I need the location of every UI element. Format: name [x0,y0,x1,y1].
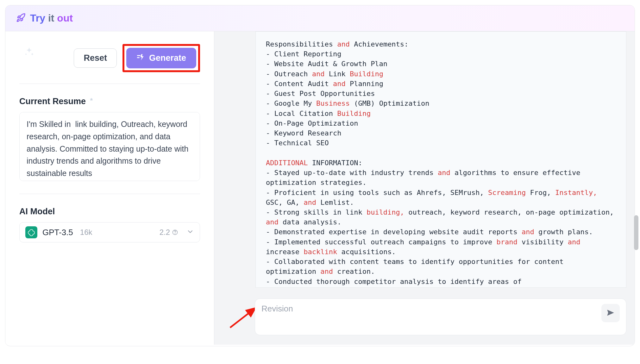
ai-model-field: AI Model GPT-3.5 16k 2.2 [19,207,200,242]
left-panel: Reset Generate [5,31,214,345]
svg-point-4 [175,234,175,234]
action-row: Reset Generate [19,44,200,72]
send-button[interactable] [601,304,620,322]
openai-icon [25,226,37,238]
resume-field: Current Resume * [19,97,200,182]
model-name: GPT-3.5 [42,228,73,237]
page-scrollbar[interactable] [633,0,639,364]
bolt-icon [136,53,145,63]
model-context: 16k [80,228,92,237]
revision-bar [255,298,626,335]
required-star: * [90,97,93,104]
title-it: it [48,12,54,24]
title-try: Try [30,12,45,24]
output-text: Responsibilities and Achievements: - Cli… [255,31,626,288]
title-out: out [57,12,73,24]
scroll-thumb[interactable] [634,215,638,250]
app-frame: Try it out Reset [5,5,635,346]
chevron-down-icon [186,228,194,237]
divider-1 [19,84,200,84]
tryout-header: Try it out [5,5,635,31]
divider-2 [19,194,200,194]
tryout-title: Try it out [30,12,73,24]
generate-button[interactable]: Generate [126,48,196,68]
sparkle-icon [24,47,35,59]
resume-textarea[interactable] [19,112,200,181]
svg-marker-2 [141,54,144,60]
rocket-icon [16,13,26,24]
model-cost: 2.2 [160,228,178,237]
callout-arrow-icon [228,305,259,330]
reset-button[interactable]: Reset [74,48,117,68]
generate-label: Generate [149,53,186,63]
svg-line-5 [230,308,255,328]
resume-label: Current Resume [19,97,86,106]
right-panel: Responsibilities and Achievements: - Cli… [214,31,635,345]
body-area: Reset Generate [5,31,635,345]
generate-highlight: Generate [122,44,200,72]
revision-input[interactable] [261,304,601,329]
send-icon [606,308,615,318]
ai-model-label: AI Model [19,207,200,217]
model-select[interactable]: GPT-3.5 16k 2.2 [19,222,200,242]
